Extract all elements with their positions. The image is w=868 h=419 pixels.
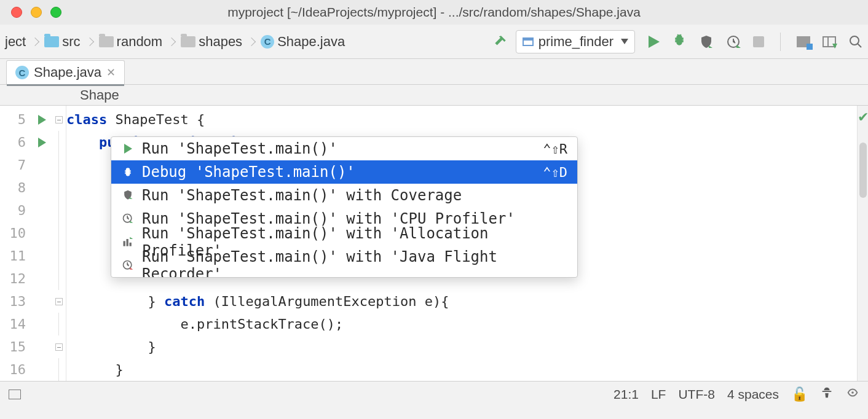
- editor-right-gutter: ✔: [857, 106, 868, 381]
- build-button[interactable]: [492, 34, 508, 50]
- editor-scrollbar[interactable]: [859, 143, 867, 198]
- menu-run-main[interactable]: Run 'ShapeTest.main()' ⌃⇧R: [111, 137, 577, 160]
- fold-line: [58, 267, 59, 290]
- profiler-button[interactable]: [726, 34, 741, 49]
- fold-line: [58, 131, 59, 154]
- window-title: myproject [~/IdeaProjects/myproject] - .…: [0, 5, 868, 20]
- menu-label: Run 'ShapeTest.main()': [142, 140, 535, 157]
- fold-line: [58, 358, 59, 381]
- profiler-icon: [121, 213, 135, 225]
- breadcrumb-random[interactable]: random: [99, 34, 163, 50]
- line-separator[interactable]: LF: [651, 387, 666, 402]
- tool-windows-toggle[interactable]: [9, 390, 21, 399]
- fold-gutter: [52, 106, 66, 381]
- cursor-position[interactable]: 21:1: [614, 387, 639, 402]
- debug-icon: [121, 166, 135, 178]
- code-editor[interactable]: class ShapeTest { public static void mai…: [66, 106, 857, 381]
- line-number: 13: [0, 290, 32, 313]
- menu-debug-main[interactable]: Debug 'ShapeTest.main()' ⌃⇧D: [111, 160, 577, 184]
- menu-run-jfr[interactable]: Run 'ShapeTest.main()' with 'Java Flight…: [111, 254, 577, 277]
- menu-shortcut: ⌃⇧D: [543, 165, 567, 180]
- gutter-context-menu: Run 'ShapeTest.main()' ⌃⇧R Debug 'ShapeT…: [111, 136, 578, 278]
- project-structure-button[interactable]: [797, 36, 810, 47]
- jfr-icon: [121, 259, 135, 272]
- svg-point-1: [850, 36, 859, 45]
- run-anything-button[interactable]: [823, 36, 836, 47]
- line-number: 7: [0, 154, 32, 176]
- fold-line: [58, 199, 59, 222]
- chevron-right-icon: [247, 37, 256, 45]
- svg-rect-4: [124, 241, 125, 246]
- run-button[interactable]: [649, 36, 660, 48]
- folder-icon: [181, 36, 195, 47]
- fold-toggle[interactable]: [55, 116, 63, 123]
- readonly-toggle[interactable]: 🔓: [791, 386, 808, 402]
- line-number: 10: [0, 222, 32, 245]
- folder-icon: [44, 36, 59, 47]
- crumb-label: Shape.java: [277, 34, 345, 50]
- inspection-profile-button[interactable]: [820, 386, 834, 403]
- navigation-bar: ject src random shapes CShape.java: [5, 34, 345, 50]
- stop-button[interactable]: [753, 36, 764, 47]
- breadcrumb-project[interactable]: ject: [5, 34, 26, 50]
- menu-label: Run 'ShapeTest.main()' with Coverage: [142, 187, 567, 204]
- indent-indicator[interactable]: 4 spaces: [727, 387, 779, 402]
- separator: [780, 33, 781, 51]
- breadcrumb-shapes[interactable]: shapes: [181, 34, 242, 50]
- editor-tab[interactable]: C Shape.java ✕: [6, 60, 125, 84]
- file-encoding[interactable]: UTF-8: [678, 387, 715, 402]
- line-number: 12: [0, 267, 32, 290]
- svg-rect-5: [127, 239, 128, 246]
- chevron-right-icon: [167, 37, 176, 45]
- crumb-label: src: [62, 34, 80, 50]
- close-tab-button[interactable]: ✕: [106, 66, 116, 79]
- search-everywhere-button[interactable]: [848, 34, 863, 49]
- tab-label: Shape.java: [34, 65, 101, 80]
- fold-toggle[interactable]: [55, 298, 63, 305]
- toolbar-action-icons: [649, 33, 863, 51]
- chevron-down-icon: [621, 39, 628, 44]
- breadcrumb-src[interactable]: src: [44, 34, 80, 50]
- application-icon: [523, 37, 534, 46]
- fold-line: [58, 222, 59, 245]
- structure-breadcrumb[interactable]: Shape: [0, 85, 868, 106]
- line-number: 11: [0, 245, 32, 267]
- run-configuration-selector[interactable]: prime_finder: [516, 30, 635, 53]
- menu-run-coverage[interactable]: Run 'ShapeTest.main()' with Coverage: [111, 184, 577, 207]
- main-toolbar: ject src random shapes CShape.java prime…: [0, 25, 868, 59]
- coverage-button[interactable]: [699, 34, 714, 49]
- crumb-label: random: [117, 34, 163, 50]
- menu-label: Debug 'ShapeTest.main()': [142, 163, 535, 181]
- run-config-label: prime_finder: [539, 34, 614, 50]
- line-number: 5: [0, 108, 32, 131]
- coverage-icon: [121, 189, 135, 202]
- run-line-marker[interactable]: [38, 138, 46, 147]
- inspection-ok-icon[interactable]: ✔: [858, 109, 868, 125]
- line-number: 14: [0, 313, 32, 335]
- title-bar: myproject [~/IdeaProjects/myproject] - .…: [0, 0, 868, 25]
- fold-line: [58, 313, 59, 335]
- class-icon: C: [15, 66, 29, 79]
- svg-point-8: [851, 391, 854, 394]
- svg-rect-6: [130, 243, 132, 246]
- event-log-button[interactable]: [846, 386, 859, 403]
- debug-button[interactable]: [672, 33, 687, 51]
- editor-area: 5 6 7 8 9 10 11 12 13 14 15 16 class Sha…: [0, 106, 868, 381]
- editor-tab-bar: C Shape.java ✕: [0, 59, 868, 85]
- crumb-label: ject: [5, 34, 26, 50]
- crumb-label: Shape: [80, 87, 119, 103]
- fold-line: [58, 176, 59, 199]
- alloc-profiler-icon: [121, 236, 135, 248]
- fold-line: [58, 154, 59, 176]
- line-number-gutter: 5 6 7 8 9 10 11 12 13 14 15 16: [0, 106, 32, 381]
- class-icon: C: [261, 35, 274, 49]
- line-number: 15: [0, 335, 32, 358]
- run-line-marker[interactable]: [38, 115, 46, 125]
- crumb-label: shapes: [199, 34, 242, 50]
- run-icon: [121, 144, 135, 154]
- breadcrumb-file[interactable]: CShape.java: [261, 34, 345, 50]
- line-number: 16: [0, 358, 32, 381]
- fold-toggle[interactable]: [55, 343, 63, 351]
- line-number: 6: [0, 131, 32, 154]
- fold-line: [58, 245, 59, 267]
